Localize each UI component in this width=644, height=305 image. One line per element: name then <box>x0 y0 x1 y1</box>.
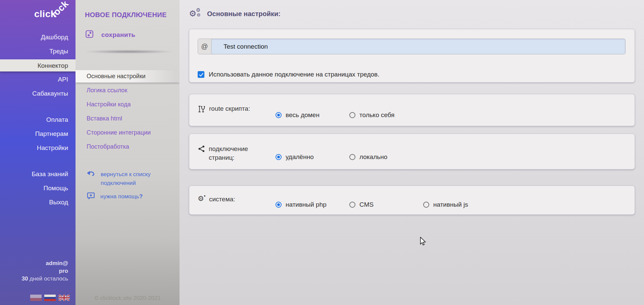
use-on-threads-row: Использовать данное подключение на стран… <box>198 71 379 78</box>
panel-links: вернуться к списку подключений нужна пом… <box>87 170 160 201</box>
menu-item-link-logic[interactable]: Логика ссылок <box>76 83 180 97</box>
section-header: ⚙⚙⚙ Основные настройки: <box>189 8 281 19</box>
russia-flag-icon[interactable] <box>44 295 56 301</box>
app-window: click lock Дашборд Треды Коннектор API С… <box>0 0 644 305</box>
menu-item-code-settings[interactable]: Настройки кода <box>76 97 180 111</box>
sidebar-item-dashboard[interactable]: Дашборд <box>0 30 76 44</box>
section-title: Основные настройки: <box>207 10 281 18</box>
route-option-whole-domain[interactable]: весь домен <box>276 104 349 126</box>
sidebar-item-connector[interactable]: Коннектор <box>0 59 76 71</box>
panel-title: НОВОЕ ПОДКЛЮЧЕНИЕ <box>85 11 167 19</box>
system-card: ⚙ система: нативный php CMS нативный js <box>189 186 635 215</box>
radio-selected[interactable] <box>276 202 282 208</box>
menu-item-postprocessing[interactable]: Постобработка <box>76 140 180 154</box>
undo-arrow-icon <box>87 170 95 188</box>
route-split-icon <box>198 105 206 126</box>
poland-flag-icon[interactable] <box>30 295 42 301</box>
connection-settings-menu: Основные настройки Логика ссылок Настрой… <box>76 69 180 154</box>
account-days-left: 30 дней осталось <box>21 275 68 283</box>
sidebar-item-payment[interactable]: Оплата <box>0 113 76 127</box>
system-label-group: ⚙ система: <box>198 195 276 214</box>
at-sign-addon: @ <box>198 39 211 54</box>
system-option-native-php[interactable]: нативный php <box>276 195 349 214</box>
share-icon <box>198 145 205 169</box>
sidebar-item-api[interactable]: API <box>0 72 76 87</box>
language-switcher <box>30 295 70 301</box>
sidebar-item-knowledge-base[interactable]: База знаний <box>0 167 76 181</box>
account-plan: pro <box>21 267 68 275</box>
panel-divider <box>85 50 173 53</box>
radio-selected[interactable] <box>276 112 282 118</box>
sidebar-item-logout[interactable]: Выход <box>0 195 76 209</box>
save-button-label: сохранить <box>101 31 135 39</box>
sidebar-item-partners[interactable]: Партнерам <box>0 127 76 141</box>
use-on-threads-label: Использовать данное подключение на стран… <box>209 71 379 78</box>
account-info: admin@ pro 30 дней осталось <box>21 259 68 283</box>
sidebar-nav: Дашборд Треды Коннектор API Сабакаунты О… <box>0 30 76 209</box>
route-script-card: route скрипта: весь домен только себя <box>189 94 635 126</box>
radio-unselected[interactable] <box>349 202 355 208</box>
sidebar-item-subaccounts[interactable]: Сабакаунты <box>0 87 76 101</box>
pages-connection-label: подключение страниц: <box>209 145 266 169</box>
system-option-native-js[interactable]: нативный js <box>423 195 497 214</box>
connection-panel: НОВОЕ ПОДКЛЮЧЕНИЕ сохранить Основные нас… <box>76 0 180 305</box>
floppy-disk-icon <box>85 30 94 40</box>
pages-option-local[interactable]: локально <box>349 145 423 169</box>
back-link-label: вернуться к списку подключений <box>101 170 160 188</box>
radio-unselected[interactable] <box>349 154 355 160</box>
radio-unselected[interactable] <box>423 202 429 208</box>
system-label: система: <box>209 195 235 214</box>
sidebar-item-threads[interactable]: Треды <box>0 44 76 58</box>
system-option-cms[interactable]: CMS <box>349 195 423 214</box>
route-script-label: route скрипта: <box>209 104 250 126</box>
route-option-only-self[interactable]: только себя <box>349 104 423 126</box>
pages-connection-label-group: подключение страниц: <box>198 145 276 169</box>
sidebar-item-settings[interactable]: Настройки <box>0 141 76 155</box>
pages-option-remote[interactable]: удалённо <box>276 145 349 169</box>
menu-item-integrations[interactable]: Сторонние интеграции <box>76 125 180 140</box>
clicklock-logo[interactable]: click lock <box>0 0 76 27</box>
need-help-link[interactable]: нужна помощь? <box>87 192 160 201</box>
use-on-threads-checkbox[interactable] <box>198 71 204 78</box>
sidebar: click lock Дашборд Треды Коннектор API С… <box>0 0 76 305</box>
radio-selected[interactable] <box>276 154 282 160</box>
connection-name-input-group: @ <box>198 39 626 54</box>
sidebar-item-help[interactable]: Помощь <box>0 181 76 195</box>
connection-name-input[interactable] <box>211 39 625 54</box>
route-script-label-group: route скрипта: <box>198 104 276 126</box>
menu-item-basic-settings[interactable]: Основные настройки <box>76 70 180 83</box>
uk-flag-icon[interactable] <box>58 295 70 301</box>
back-to-connections-link[interactable]: вернуться к списку подключений <box>87 170 160 188</box>
save-button[interactable]: сохранить <box>85 30 135 40</box>
gears-icon: ⚙⚙⚙ <box>189 8 202 19</box>
help-link-label: нужна помощь? <box>100 193 143 200</box>
account-login: admin@ <box>21 259 68 267</box>
main-content: ⚙⚙⚙ Основные настройки: @ Использовать д… <box>180 0 644 305</box>
menu-item-html-insert[interactable]: Вставка html <box>76 111 180 125</box>
connection-name-card: @ Использовать данное подключение на стр… <box>189 29 635 83</box>
comment-plus-icon <box>87 192 95 201</box>
pages-connection-card: подключение страниц: удалённо локально <box>189 134 635 169</box>
copyright-footer: © clicklock.site 2020-2021 <box>76 295 180 302</box>
radio-unselected[interactable] <box>349 112 355 118</box>
gear-plus-icon: ⚙ <box>198 195 206 203</box>
